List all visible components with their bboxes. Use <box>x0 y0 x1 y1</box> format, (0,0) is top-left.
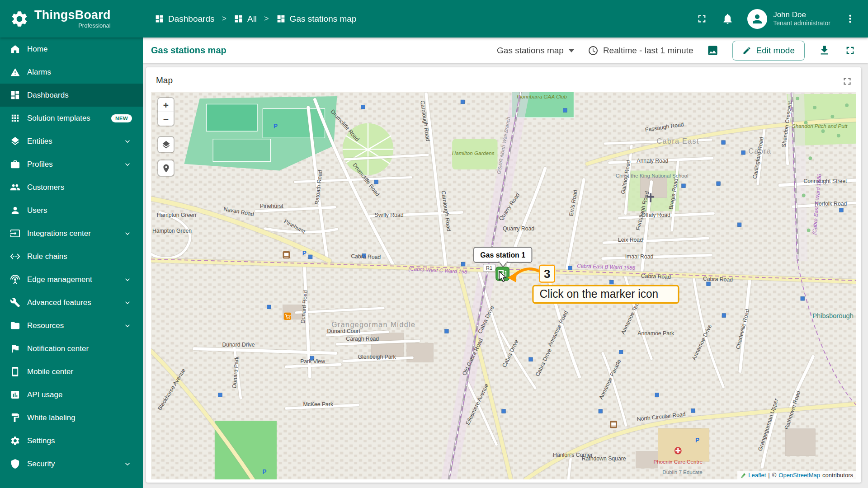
profiles-icon <box>10 159 20 169</box>
chevron-down-icon <box>123 275 132 284</box>
chevron-down-icon <box>123 229 132 238</box>
edge-icon <box>10 274 20 285</box>
map-label: Cabra Road <box>703 276 733 283</box>
widget-fullscreen-button[interactable] <box>841 75 853 87</box>
sidebar-item-entities[interactable]: Entities <box>0 130 143 153</box>
sidebar-item-rule-chains[interactable]: Rule chains <box>0 245 143 268</box>
map-blue-marker <box>267 305 271 309</box>
map-blue-marker <box>717 182 721 186</box>
user-role: Tenant administrator <box>773 19 830 28</box>
dashboards-icon <box>234 14 243 23</box>
chevron-down-icon <box>123 160 132 169</box>
breadcrumb-item-dashboards[interactable]: Dashboards <box>155 14 214 24</box>
sidebar-item-label: Alarms <box>27 68 51 77</box>
locate-control[interactable] <box>158 160 174 176</box>
download-icon <box>818 44 830 56</box>
fullscreen-icon <box>844 44 856 56</box>
dashboard-fullscreen-button[interactable] <box>844 44 856 56</box>
map-label: Caragh Road <box>346 336 379 342</box>
layers-control[interactable] <box>158 137 174 152</box>
sidebar-item-label: Solution templates <box>27 114 90 123</box>
map-blue-marker <box>840 208 844 212</box>
entities-icon <box>10 136 20 146</box>
road-ref-badge: R1 <box>483 264 495 272</box>
sidebar-item-resources[interactable]: Resources <box>0 314 143 337</box>
map-label: Christ the King National School <box>616 172 689 178</box>
map-label: Cabra Road <box>351 253 381 260</box>
thingsboard-logo[interactable]: ThingsBoard Professional <box>0 9 143 28</box>
fullscreen-icon[interactable] <box>696 13 708 25</box>
breadcrumb-item-gas-stations-map[interactable]: Gas stations map <box>276 14 357 24</box>
white-labeling-icon <box>10 413 20 423</box>
sidebar-item-advanced-features[interactable]: Advanced features <box>0 291 143 314</box>
rule-chains-icon <box>10 251 20 262</box>
notifications-bell-icon[interactable] <box>722 13 734 25</box>
sidebar-item-label: Rule chains <box>27 252 67 261</box>
sidebar-item-customers[interactable]: Customers <box>0 176 143 199</box>
sidebar-item-integrations-center[interactable]: Integrations center <box>0 222 143 245</box>
sidebar-item-label: Users <box>27 206 47 215</box>
customers-icon <box>10 182 20 192</box>
download-button[interactable] <box>818 44 830 56</box>
sidebar-item-solution-templates[interactable]: Solution templatesNEW <box>0 107 143 130</box>
map-canvas[interactable]: Drumcliffe RoadDrumcliffe RoadCarnlough … <box>151 92 856 479</box>
supermarket-icon <box>284 313 291 320</box>
users-icon <box>10 205 20 216</box>
sidebar-item-mobile-center[interactable]: Mobile center <box>0 360 143 383</box>
map-label: Glenbeigh Park <box>358 354 396 360</box>
osm-link[interactable]: OpenStreetMap <box>778 472 820 479</box>
zoom-in-button[interactable]: + <box>158 98 174 112</box>
sidebar-item-label: Dashboards <box>27 91 69 100</box>
sidebar-item-profiles[interactable]: Profiles <box>0 153 143 176</box>
map-label: Dunard Court <box>327 328 360 334</box>
app-edition: Professional <box>78 23 111 28</box>
sidebar-item-label: Entities <box>27 137 52 146</box>
sidebar-item-dashboards[interactable]: Dashboards <box>0 84 143 107</box>
chevron-down-icon <box>123 321 132 330</box>
leaflet-link[interactable]: Leaflet <box>748 472 766 479</box>
map-label: Dublin 7 Educate <box>662 469 703 474</box>
attribution-separator: | <box>768 472 769 479</box>
map-blue-marker <box>722 314 726 318</box>
sidebar-item-edge-management[interactable]: Edge management <box>0 268 143 291</box>
map-label: Annamoe Park <box>637 330 675 337</box>
sidebar-item-notification-center[interactable]: Notification center <box>0 337 143 360</box>
sidebar-item-white-labeling[interactable]: White labeling <box>0 406 143 429</box>
edit-mode-label: Edit mode <box>756 46 795 56</box>
dashboard-state-select[interactable]: Gas stations map <box>497 46 574 56</box>
map-label: Phoenix Care Centre <box>653 459 703 465</box>
sidebar-item-label: Home <box>27 45 47 54</box>
sidebar-item-label: Settings <box>27 436 55 446</box>
user-menu[interactable]: John Doe Tenant administrator <box>747 9 830 29</box>
breadcrumb-item-all[interactable]: All <box>234 14 257 24</box>
apps-icon <box>10 113 20 123</box>
sidebar-item-api-usage[interactable]: API usage <box>0 383 143 406</box>
edit-mode-button[interactable]: Edit mode <box>732 41 805 61</box>
map-blue-marker <box>445 329 449 333</box>
sidebar-item-alarms[interactable]: Alarms <box>0 61 143 84</box>
sidebar-item-label: Integrations center <box>27 229 91 238</box>
map-label: Shandon Pitch and Putt <box>792 123 848 129</box>
map-blue-marker <box>737 223 741 227</box>
library-icon <box>283 251 290 258</box>
timewindow-button[interactable]: Realtime - last 1 minute <box>588 45 693 56</box>
map-label: Cabra Road <box>641 273 671 280</box>
sidebar-item-settings[interactable]: Settings <box>0 429 143 452</box>
map-label: Leix Road <box>618 237 643 243</box>
fullscreen-icon <box>841 75 853 87</box>
dashboard-image-button[interactable] <box>707 44 719 56</box>
more-menu-icon[interactable] <box>844 13 856 25</box>
map-label: Cabra <box>749 147 772 155</box>
sidebar-item-security[interactable]: Security <box>0 452 143 475</box>
user-name: John Doe <box>773 10 830 19</box>
library-icon <box>610 421 617 428</box>
notification-icon <box>10 343 20 354</box>
top-header: ThingsBoard Professional Dashboards>All>… <box>0 0 868 38</box>
home-icon <box>10 44 20 54</box>
image-icon <box>707 44 719 56</box>
zoom-out-button[interactable]: − <box>158 112 174 126</box>
sidebar-item-users[interactable]: Users <box>0 199 143 222</box>
page-title: Gas stations map <box>151 45 226 56</box>
sidebar-item-home[interactable]: Home <box>0 38 143 61</box>
tutorial-instruction: Click on the marker icon <box>540 288 659 300</box>
